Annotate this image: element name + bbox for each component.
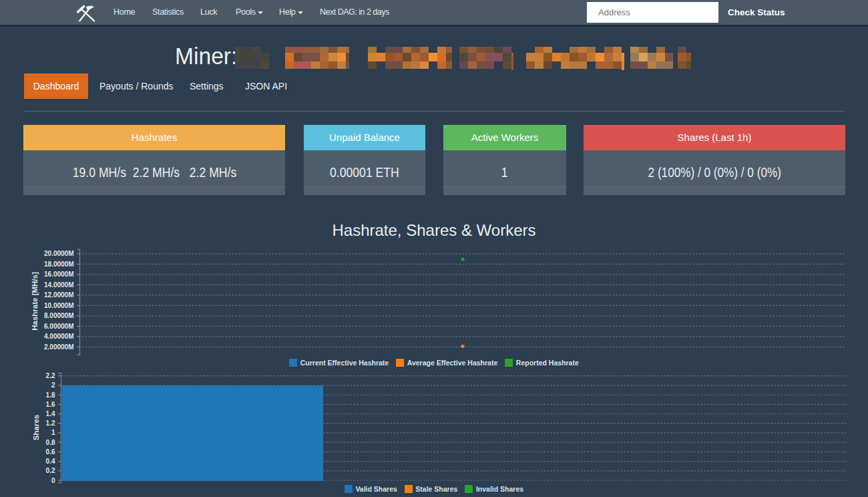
svg-text:16.0000M: 16.0000M <box>44 271 73 278</box>
svg-text:6.00000M: 6.00000M <box>44 323 73 330</box>
svg-text:1.2: 1.2 <box>46 420 55 427</box>
svg-text:1.8: 1.8 <box>46 391 55 399</box>
svg-text:Hashrate [MH/s]: Hashrate [MH/s] <box>31 272 39 331</box>
svg-text:0.6: 0.6 <box>46 448 55 456</box>
svg-text:1: 1 <box>51 429 55 436</box>
svg-text:0: 0 <box>51 477 55 484</box>
svg-text:18.0000M: 18.0000M <box>44 261 73 268</box>
svg-text:2.00000M: 2.00000M <box>44 343 73 351</box>
svg-text:1.4: 1.4 <box>46 410 55 418</box>
svg-text:2.2: 2.2 <box>46 372 55 379</box>
svg-text:0.2: 0.2 <box>46 467 55 474</box>
svg-text:4.00000M: 4.00000M <box>44 333 73 340</box>
svg-text:8.00000M: 8.00000M <box>44 312 73 319</box>
svg-text:10.0000M: 10.0000M <box>44 302 73 309</box>
svg-text:Shares: Shares <box>32 415 40 440</box>
svg-text:1.6: 1.6 <box>46 401 55 408</box>
svg-text:0.4: 0.4 <box>46 458 55 465</box>
svg-text:20.0000M: 20.0000M <box>44 250 73 257</box>
svg-text:2: 2 <box>51 381 55 389</box>
svg-text:12.0000M: 12.0000M <box>44 291 73 299</box>
svg-text:14.0000M: 14.0000M <box>44 281 73 289</box>
svg-text:0.8: 0.8 <box>46 439 55 446</box>
